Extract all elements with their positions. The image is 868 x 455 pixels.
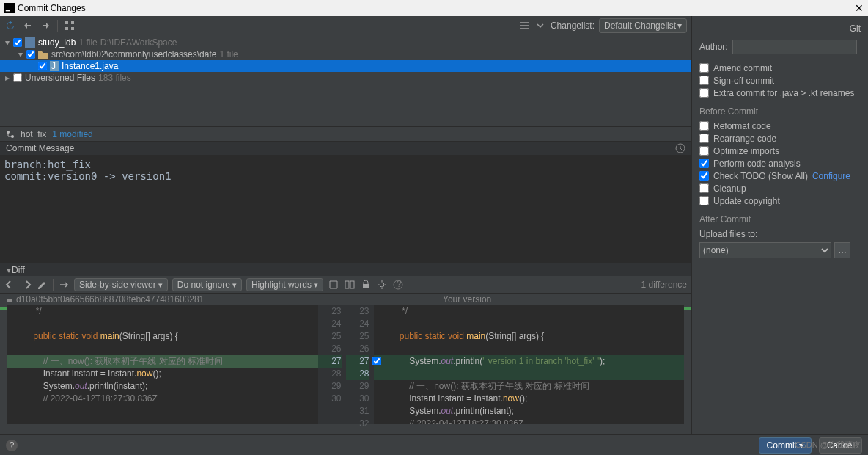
diff-count: 1 difference (641, 280, 688, 290)
svg-rect-2 (65, 21, 68, 24)
amend-checkbox[interactable] (699, 63, 709, 73)
tree-root[interactable]: ▾ study_ldb 1 file D:\IDEAWorkSpace (0, 37, 691, 48)
reformat-checkbox[interactable] (699, 121, 709, 131)
next-diff-icon[interactable] (21, 279, 32, 291)
diff-code: */ public static void main(String[] args… (0, 305, 691, 424)
commit-message-input[interactable]: branch:hot_fix commit:version0 -> versio… (0, 156, 691, 263)
upload-label: Upload files to: (699, 229, 757, 239)
tree-root-checkbox[interactable] (13, 38, 22, 47)
commit-button[interactable]: Commit ▾ (759, 437, 812, 454)
top-toolbar: Changelist: Default Changelist▾ (0, 16, 691, 35)
optimize-checkbox[interactable] (699, 146, 709, 156)
prev-diff-icon[interactable] (4, 279, 16, 291)
svg-rect-4 (65, 27, 68, 30)
right-pane[interactable]: */ public static void main(String[] args… (374, 305, 685, 424)
your-version-label: Your version (443, 294, 491, 305)
branch-name: hot_fix (21, 129, 46, 139)
dialog-footer: ? Commit ▾ Cancel (0, 434, 868, 455)
svg-rect-6 (25, 37, 35, 48)
diff-header[interactable]: ▾ Diff (0, 263, 691, 276)
app-icon (4, 3, 15, 13)
upload-more-button[interactable]: … (834, 242, 850, 258)
undo-icon[interactable] (22, 20, 34, 32)
copyright-checkbox[interactable] (699, 196, 709, 205)
tree-unv-checkbox[interactable] (13, 73, 22, 82)
changelist-label: Changelist: (551, 21, 595, 31)
chevron-down-icon[interactable]: ▾ (18, 49, 23, 59)
svg-text:?: ? (397, 279, 402, 289)
chevron-right-icon[interactable]: ▸ (4, 73, 10, 83)
changelist-select[interactable]: Default Changelist▾ (599, 18, 687, 33)
refresh-icon[interactable] (4, 20, 16, 32)
svg-text:J: J (51, 61, 56, 71)
options-panel: Git Author: Amend commit Sign-off commit… (692, 16, 868, 434)
tree-file-checkbox[interactable] (38, 62, 47, 70)
svg-rect-0 (4, 3, 15, 13)
chevron-down-icon[interactable]: ▾ (4, 37, 10, 48)
svg-rect-18 (7, 299, 12, 302)
author-label: Author: (699, 42, 728, 52)
titlebar: Commit Changes ✕ (0, 0, 868, 16)
changes-tree: ▾ study_ldb 1 file D:\IDEAWorkSpace ▾ sr… (0, 35, 691, 85)
configure-link[interactable]: Configure (812, 171, 850, 181)
svg-rect-3 (71, 21, 74, 24)
chevron-down-icon: ▾ (677, 21, 682, 31)
help-icon[interactable]: ? (392, 279, 404, 291)
close-icon[interactable]: ✕ (855, 2, 864, 14)
author-input[interactable] (732, 40, 857, 54)
modified-count: 1 modified (52, 129, 92, 139)
branch-icon (6, 130, 15, 139)
diff-filepath-bar: d10a0f5bbf0a66566b868708febc477481603281… (0, 294, 691, 305)
right-marker (684, 305, 691, 424)
chevron-down-icon[interactable]: ▾ (6, 265, 12, 275)
svg-rect-12 (345, 281, 349, 288)
todo-checkbox[interactable] (699, 171, 709, 181)
redo-icon[interactable] (40, 20, 51, 32)
svg-rect-13 (350, 281, 354, 288)
rearrange-checkbox[interactable] (699, 134, 709, 143)
expand-icon[interactable] (534, 20, 546, 32)
svg-point-15 (380, 283, 384, 287)
git-label: Git (850, 23, 861, 34)
ignore-mode-select[interactable]: Do not ignore ▾ (172, 278, 242, 291)
viewer-mode-select[interactable]: Side-by-side viewer ▾ (74, 278, 168, 291)
commit-message-header: Commit Message (0, 141, 691, 156)
tree-file-selected[interactable]: J Instance1.java (0, 60, 691, 72)
java-file-icon: J (50, 61, 59, 71)
svg-rect-14 (363, 284, 369, 288)
tree-unversioned[interactable]: ▸ Unversioned Files 183 files (0, 72, 691, 84)
lock-icon (6, 296, 13, 303)
svg-rect-5 (71, 27, 74, 30)
settings-icon[interactable] (518, 20, 530, 32)
tree-package[interactable]: ▾ src\com\ldb02\commonlyusedclasses\date… (0, 48, 691, 60)
help-icon[interactable]: ? (6, 440, 18, 451)
right-gutter: 23242526272829303132 (346, 305, 374, 424)
upload-select[interactable]: (none) (699, 242, 831, 258)
after-commit-label: After Commit (699, 214, 861, 225)
gear-icon[interactable] (376, 279, 388, 291)
signoff-checkbox[interactable] (699, 76, 709, 85)
before-commit-label: Before Commit (699, 106, 861, 117)
folder-icon (38, 50, 48, 59)
highlight-mode-select[interactable]: Highlight words ▾ (246, 278, 323, 291)
branch-bar: hot_fix 1 modified (0, 126, 691, 141)
history-icon[interactable] (675, 143, 685, 153)
lock-icon[interactable] (360, 279, 372, 291)
group-icon[interactable] (64, 20, 76, 32)
collapse-icon[interactable] (328, 279, 339, 291)
window-title: Commit Changes (18, 3, 86, 13)
analysis-checkbox[interactable] (699, 159, 709, 168)
jump-icon[interactable] (58, 279, 70, 291)
sync-scroll-icon[interactable] (344, 279, 356, 291)
cleanup-checkbox[interactable] (699, 183, 709, 193)
extra-commit-checkbox[interactable] (699, 88, 709, 98)
module-icon (25, 37, 35, 48)
left-marker (0, 305, 7, 424)
diff-toolbar: Side-by-side viewer ▾ Do not ignore ▾ Hi… (0, 276, 691, 294)
tree-pkg-checkbox[interactable] (26, 50, 35, 59)
edit-icon[interactable] (37, 279, 48, 291)
svg-rect-1 (6, 10, 10, 12)
cancel-button[interactable]: Cancel (819, 437, 862, 454)
left-pane[interactable]: */ public static void main(String[] args… (7, 305, 318, 424)
left-gutter: 2324252627282930 (318, 305, 346, 424)
